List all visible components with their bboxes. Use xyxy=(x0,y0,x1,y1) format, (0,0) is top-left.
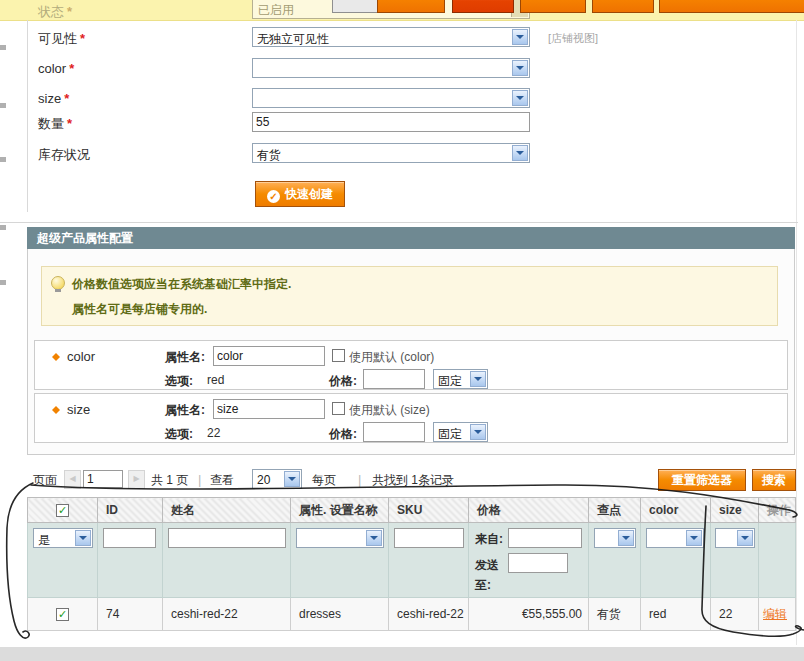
row-checkbox[interactable]: ✓ xyxy=(56,608,69,621)
attribute-row-color: color 属性名: 使用默认 (color) 选项: red 价格: 固定 xyxy=(34,340,788,390)
sku-filter-input[interactable] xyxy=(394,528,464,548)
visibility-select[interactable]: 无独立可见性 xyxy=(252,27,530,47)
column-header-sku[interactable]: SKU xyxy=(389,498,469,523)
qty-label: 数量* xyxy=(38,115,72,133)
toolbar-button-cropped[interactable] xyxy=(377,0,445,13)
per-page-value: 20 xyxy=(257,473,270,487)
name-filter-input[interactable] xyxy=(168,528,286,548)
price-label: 价格: xyxy=(329,426,357,443)
status-label: 状态* xyxy=(38,3,72,21)
id-filter-input[interactable] xyxy=(103,528,156,548)
attr-name-label: 属性名: xyxy=(165,349,205,366)
inventory-filter-select[interactable] xyxy=(594,528,636,548)
column-header-id[interactable]: ID xyxy=(98,498,163,523)
column-header-price[interactable]: 价格 xyxy=(469,498,589,523)
use-default-label: 使用默认 (size) xyxy=(349,402,430,419)
cell-name: ceshi-red-22 xyxy=(163,598,291,631)
grid-data-row[interactable]: ✓ 74 ceshi-red-22 dresses ceshi-red-22 €… xyxy=(28,598,796,631)
price-from-input[interactable] xyxy=(508,528,582,548)
total-pages: 共 1 页 xyxy=(151,472,188,489)
price-type-select[interactable]: 固定 xyxy=(433,422,488,442)
view-label: 查看 xyxy=(210,472,234,489)
check-circle-icon: ✓ xyxy=(267,190,280,203)
options-label: 选项: xyxy=(165,373,193,390)
size-label: size* xyxy=(38,91,69,106)
chevron-down-icon xyxy=(470,424,486,440)
bottom-bar xyxy=(0,647,804,661)
page-input[interactable] xyxy=(83,470,123,488)
required-mark: * xyxy=(80,31,85,46)
price-to-input[interactable] xyxy=(508,553,568,573)
color-select[interactable] xyxy=(252,58,530,78)
price-type-select[interactable]: 固定 xyxy=(433,369,488,389)
use-default-checkbox[interactable] xyxy=(332,349,345,362)
section-divider xyxy=(0,222,798,223)
massaction-filter-select[interactable]: 是 xyxy=(33,528,93,548)
page-label: 页面 xyxy=(33,472,57,489)
qty-input[interactable] xyxy=(252,112,530,132)
cell-price: €55,555.00 xyxy=(469,598,589,631)
price-input[interactable] xyxy=(363,369,425,389)
cell-color: red xyxy=(641,598,711,631)
section-body: 价格数值选项应当在系统基础汇率中指定. 属性名可是每店铺专用的. color 属… xyxy=(27,249,795,455)
chevron-down-icon xyxy=(618,530,634,546)
column-header-size[interactable]: size xyxy=(711,498,759,523)
search-button[interactable]: 搜索 xyxy=(752,469,796,491)
chevron-down-icon xyxy=(512,29,528,45)
column-header-name[interactable]: 姓名 xyxy=(163,498,291,523)
form-left-border xyxy=(27,20,28,212)
drag-handle-icon[interactable] xyxy=(51,402,60,416)
prev-page-button[interactable]: ◀ xyxy=(64,470,81,489)
required-mark: * xyxy=(64,91,69,106)
toolbar-button-cropped[interactable] xyxy=(452,0,514,13)
content-right-border xyxy=(796,20,797,645)
toolbar-button-cropped[interactable] xyxy=(520,0,586,13)
attrset-filter-select[interactable] xyxy=(296,528,384,548)
reset-filter-button[interactable]: 重置筛选器 xyxy=(658,469,746,491)
stock-select-value: 有货 xyxy=(257,147,281,164)
cell-sku: ceshi-red-22 xyxy=(389,598,469,631)
drag-handle-icon[interactable] xyxy=(51,349,60,363)
color-label: color* xyxy=(38,61,74,76)
attribute-code: size xyxy=(67,402,90,417)
quick-create-button[interactable]: ✓快速创建 xyxy=(255,181,345,207)
size-filter-select[interactable] xyxy=(715,528,755,548)
column-header-attrset[interactable]: 属性. 设置名称 xyxy=(291,498,389,523)
chevron-down-icon xyxy=(284,471,300,487)
top-strip: 状态* 已启用 xyxy=(0,0,804,21)
options-label: 选项: xyxy=(165,426,193,443)
use-default-checkbox[interactable] xyxy=(332,402,345,415)
per-page-select[interactable]: 20 xyxy=(252,469,302,489)
required-mark: * xyxy=(67,4,72,19)
status-select-value: 已启用 xyxy=(258,2,294,19)
options-value: 22 xyxy=(207,426,220,440)
records-found: 共找到 1条记录 xyxy=(372,472,454,489)
notice-line2: 属性名可是每店铺专用的. xyxy=(72,301,207,318)
chevron-down-icon xyxy=(512,145,528,161)
price-type-value: 固定 xyxy=(438,426,462,443)
attr-name-input[interactable] xyxy=(213,399,325,419)
chevron-down-icon xyxy=(470,371,486,387)
select-all-checkbox[interactable]: ✓ xyxy=(56,504,69,517)
column-header-action: 操作 xyxy=(759,498,796,523)
attr-name-input[interactable] xyxy=(213,346,325,366)
edit-link[interactable]: 编辑 xyxy=(763,607,787,621)
lightbulb-icon xyxy=(51,276,65,290)
price-type-value: 固定 xyxy=(438,373,462,390)
toolbar-button-cropped[interactable] xyxy=(659,0,804,13)
required-mark: * xyxy=(69,61,74,76)
color-filter-select[interactable] xyxy=(646,528,704,548)
visibility-select-value: 无独立可见性 xyxy=(257,31,329,48)
column-header-color[interactable]: color xyxy=(641,498,711,523)
cell-inventory: 有货 xyxy=(589,598,641,631)
price-input[interactable] xyxy=(363,422,425,442)
next-page-button[interactable]: ▶ xyxy=(128,470,145,489)
stock-select[interactable]: 有货 xyxy=(252,143,530,163)
price-from-label: 来自: xyxy=(475,531,503,548)
section-header: 超级产品属性配置 xyxy=(27,227,795,249)
grid-header-row: ✓ ID 姓名 属性. 设置名称 SKU 价格 查点 color size 操作 xyxy=(28,498,796,523)
toolbar-button-cropped[interactable] xyxy=(592,0,654,13)
size-select[interactable] xyxy=(252,88,530,108)
column-header-inventory[interactable]: 查点 xyxy=(589,498,641,523)
cell-size: 22 xyxy=(711,598,759,631)
